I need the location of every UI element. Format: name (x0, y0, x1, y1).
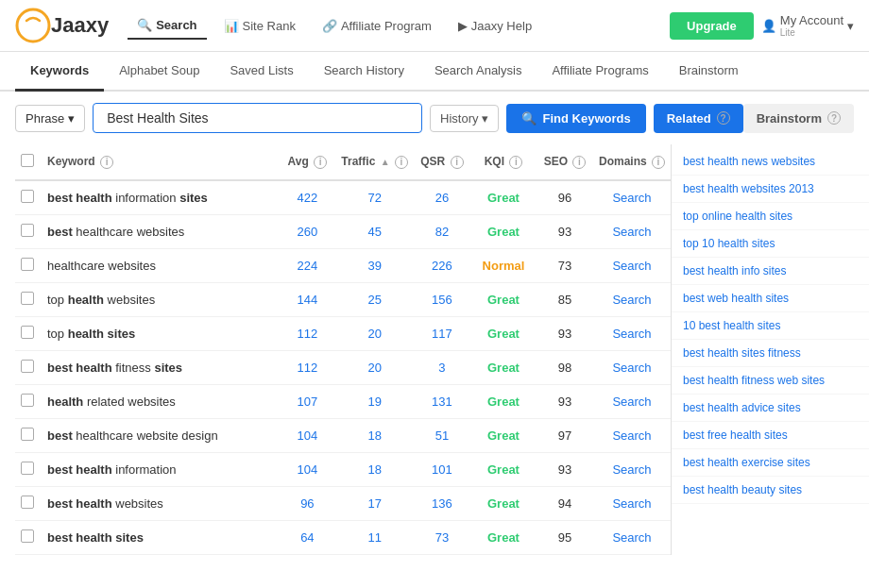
tab-affiliate-programs[interactable]: Affiliate Programs (537, 52, 663, 90)
upgrade-button[interactable]: Upgrade (670, 12, 754, 40)
nav-affiliate[interactable]: 🔗 Affiliate Program (313, 13, 441, 39)
related-tab[interactable]: Related ? (654, 104, 743, 133)
related-item[interactable]: best health sites fitness (672, 340, 869, 367)
row-checkbox[interactable] (21, 326, 34, 339)
table-row: top health websites14425156Great85Search (15, 283, 671, 317)
th-qsr: QSR i (414, 144, 470, 180)
search-link[interactable]: Search (593, 487, 671, 521)
avg-cell: 107 (279, 385, 335, 419)
find-keywords-button[interactable]: 🔍 Find Keywords (506, 104, 645, 133)
brainstorm-info-icon[interactable]: ? (827, 111, 841, 125)
traffic-info-icon[interactable]: i (395, 156, 408, 169)
related-item[interactable]: best health websites 2013 (672, 176, 869, 203)
related-item[interactable]: best health info sites (672, 258, 869, 285)
seo-cell: 73 (537, 249, 593, 283)
tab-alphabet-soup[interactable]: Alphabet Soup (104, 52, 214, 90)
select-all-checkbox[interactable] (21, 154, 34, 167)
row-checkbox[interactable] (21, 462, 34, 475)
search-link[interactable]: Search (593, 419, 671, 453)
row-checkbox-cell (15, 317, 42, 351)
history-dropdown[interactable]: History ▾ (430, 105, 499, 132)
related-item[interactable]: best free health sites (672, 422, 869, 449)
avg-info-icon[interactable]: i (314, 156, 327, 169)
keyword-cell: top health websites (42, 283, 279, 317)
related-item[interactable]: best health news websites (672, 148, 869, 176)
tab-search-analysis[interactable]: Search Analysis (419, 52, 537, 90)
seo-cell: 93 (537, 453, 593, 487)
tab-saved-lists[interactable]: Saved Lists (214, 52, 308, 90)
row-checkbox-cell (15, 283, 42, 317)
related-item[interactable]: top online health sites (672, 203, 869, 230)
search-bar: Phrase ▾ History ▾ 🔍 Find Keywords Relat… (0, 92, 869, 144)
related-item[interactable]: best health advice sites (672, 395, 869, 422)
row-checkbox-cell (15, 215, 42, 249)
seo-cell: 85 (537, 283, 593, 317)
search-link[interactable]: Search (593, 180, 671, 215)
related-info-icon[interactable]: ? (717, 111, 730, 125)
search-input[interactable] (103, 104, 412, 132)
brainstorm-tab[interactable]: Brainstorm ? (743, 104, 854, 133)
table-body: best health information sites4227226Grea… (15, 180, 671, 555)
kqi-cell: Great (470, 351, 537, 385)
row-checkbox[interactable] (21, 360, 34, 373)
avg-cell: 104 (279, 419, 335, 453)
nav-siterank[interactable]: 📊 Site Rank (214, 13, 305, 39)
tab-keywords[interactable]: Keywords (15, 52, 104, 92)
kqi-cell: Great (470, 317, 537, 351)
logo[interactable]: Jaaxy (15, 8, 109, 43)
qsr-cell: 226 (414, 249, 470, 283)
th-traffic[interactable]: Traffic ▲ i (335, 144, 414, 180)
nav-search[interactable]: 🔍 Search (128, 12, 206, 40)
row-checkbox-cell (15, 385, 42, 419)
kqi-cell: Great (470, 180, 537, 215)
seo-info-icon[interactable]: i (572, 156, 586, 169)
related-item[interactable]: top 10 health sites (672, 230, 869, 258)
row-checkbox[interactable] (21, 394, 34, 407)
kqi-info-icon[interactable]: i (509, 156, 522, 169)
seo-cell: 95 (537, 521, 593, 555)
row-checkbox-cell (15, 419, 42, 453)
keywords-table-wrap: Keyword i Avg i Traffic ▲ i QSR i (0, 144, 671, 555)
qsr-info-icon[interactable]: i (451, 156, 464, 169)
qsr-cell: 51 (414, 419, 470, 453)
related-item[interactable]: best health fitness web sites (672, 367, 869, 395)
search-link[interactable]: Search (593, 215, 671, 249)
row-checkbox[interactable] (21, 224, 34, 237)
search-link[interactable]: Search (593, 317, 671, 351)
tab-brainstorm[interactable]: Brainstorm (664, 52, 754, 90)
related-item[interactable]: best health exercise sites (672, 449, 869, 477)
avg-cell: 112 (279, 317, 335, 351)
related-item[interactable]: best health beauty sites (672, 477, 869, 504)
account-menu[interactable]: 👤 My Account Lite ▾ (761, 13, 854, 38)
logo-icon (15, 8, 51, 43)
svg-point-0 (17, 9, 49, 42)
traffic-cell: 72 (335, 180, 414, 215)
seo-cell: 94 (537, 487, 593, 521)
nav-help[interactable]: ▶ Jaaxy Help (449, 13, 541, 39)
select-all-header[interactable] (15, 144, 42, 180)
search-link[interactable]: Search (593, 249, 671, 283)
keyword-info-icon[interactable]: i (100, 156, 113, 169)
row-checkbox[interactable] (21, 292, 34, 305)
phrase-dropdown[interactable]: Phrase ▾ (15, 105, 85, 132)
search-link[interactable]: Search (593, 521, 671, 555)
search-link[interactable]: Search (593, 385, 671, 419)
related-item[interactable]: 10 best health sites (672, 312, 869, 340)
qsr-cell: 131 (414, 385, 470, 419)
row-checkbox[interactable] (21, 529, 34, 543)
domains-info-icon[interactable]: i (652, 156, 665, 169)
tab-search-history[interactable]: Search History (309, 52, 419, 90)
row-checkbox-cell (15, 521, 42, 555)
related-item[interactable]: best web health sites (672, 285, 869, 312)
search-link[interactable]: Search (593, 453, 671, 487)
row-checkbox[interactable] (21, 258, 34, 271)
kqi-cell: Great (470, 283, 537, 317)
row-checkbox[interactable] (21, 496, 34, 509)
traffic-cell: 18 (335, 419, 414, 453)
right-panel-tabs: Related ? Brainstorm ? (654, 104, 854, 133)
row-checkbox[interactable] (21, 428, 34, 441)
search-link[interactable]: Search (593, 351, 671, 385)
search-link[interactable]: Search (593, 283, 671, 317)
row-checkbox[interactable] (21, 190, 34, 203)
avg-cell: 224 (279, 249, 335, 283)
